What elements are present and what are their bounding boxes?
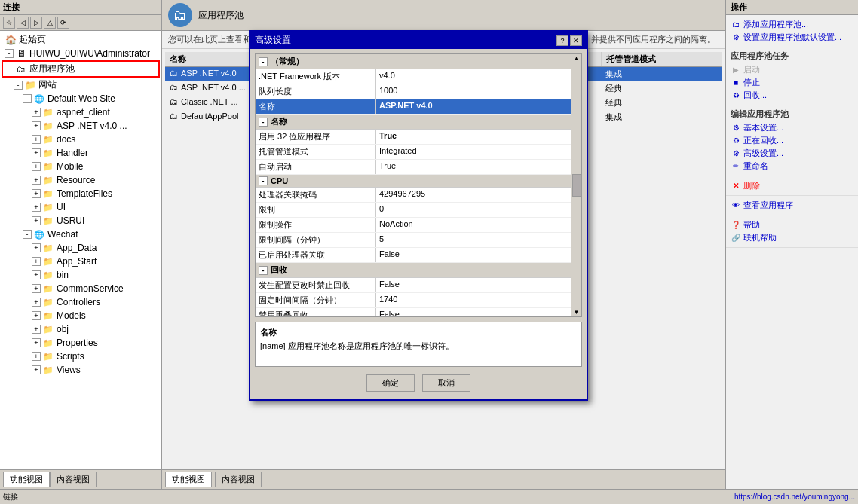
prop-cpu-affinity[interactable]: 处理器关联掩码 4294967295 bbox=[256, 188, 571, 203]
prop-value: ASP.NET v4.0 bbox=[376, 99, 571, 114]
prop-limit-action[interactable]: 限制操作 NoAction bbox=[256, 218, 571, 233]
prop-table-scrollbar[interactable]: ▲ ▼ bbox=[571, 54, 581, 316]
section-recycling-label: 回收 bbox=[271, 264, 287, 276]
prop-limit-interval[interactable]: 限制间隔（分钟） 5 bbox=[256, 233, 571, 248]
description-text: [name] 应用程序池名称是应用程序池的唯一标识符。 bbox=[260, 341, 577, 352]
scroll-up[interactable]: ▲ bbox=[574, 55, 580, 62]
advanced-settings-modal: 高级设置 ? ✕ - （常规） bbox=[249, 30, 588, 401]
ok-button[interactable]: 确定 bbox=[366, 374, 415, 392]
prop-name: 限制 bbox=[256, 203, 376, 217]
prop-name: 名称 bbox=[256, 99, 376, 114]
prop-value: 1740 bbox=[376, 293, 571, 307]
prop-value: False bbox=[376, 248, 571, 262]
prop-disable-recycling-config[interactable]: 发生配置更改时禁止回收 False bbox=[256, 278, 571, 293]
prop-limit[interactable]: 限制 0 bbox=[256, 203, 571, 218]
property-table-scroll: - （常规） .NET Framework 版本 v4.0 队列长度 1000 bbox=[256, 54, 581, 316]
property-table-inner: - （常规） .NET Framework 版本 v4.0 队列长度 1000 bbox=[256, 54, 571, 316]
description-title: 名称 bbox=[260, 327, 577, 338]
prop-name: 队列长度 bbox=[256, 84, 376, 99]
prop-queue-length[interactable]: 队列长度 1000 bbox=[256, 84, 571, 99]
prop-name: 发生配置更改时禁止回收 bbox=[256, 278, 376, 292]
prop-name: 自动启动 bbox=[256, 160, 376, 174]
prop-name: .NET Framework 版本 bbox=[256, 69, 376, 84]
prop-value: NoAction bbox=[376, 218, 571, 232]
prop-value: 5 bbox=[376, 233, 571, 247]
prop-value: 1000 bbox=[376, 84, 571, 99]
modal-content: - （常规） .NET Framework 版本 v4.0 队列长度 1000 bbox=[250, 49, 587, 399]
modal-question-btn[interactable]: ? bbox=[556, 35, 568, 46]
prop-name: 启用 32 位应用程序 bbox=[256, 130, 376, 144]
prop-value: Integrated bbox=[376, 145, 571, 159]
prop-value: v4.0 bbox=[376, 69, 571, 84]
modal-close-btn[interactable]: ✕ bbox=[570, 35, 582, 46]
prop-name: 固定时间间隔（分钟） bbox=[256, 293, 376, 307]
section-general[interactable]: - （常规） bbox=[256, 54, 571, 69]
section-process-label: 名称 bbox=[271, 116, 287, 127]
expander-process[interactable]: - bbox=[259, 118, 268, 127]
prop-value: True bbox=[376, 130, 571, 144]
scroll-thumb[interactable] bbox=[572, 174, 581, 197]
prop-net-framework[interactable]: .NET Framework 版本 v4.0 bbox=[256, 69, 571, 84]
prop-name: 托管管道模式 bbox=[256, 145, 376, 159]
expander-general[interactable]: - bbox=[259, 57, 268, 66]
modal-titlebar-buttons: ? ✕ bbox=[556, 35, 582, 46]
property-table: - （常规） .NET Framework 版本 v4.0 队列长度 1000 bbox=[255, 53, 582, 317]
prop-name-row[interactable]: 名称 ASP.NET v4.0 bbox=[256, 99, 571, 115]
section-general-label: （常规） bbox=[271, 56, 304, 67]
prop-value: 0 bbox=[376, 203, 571, 217]
prop-pipeline-mode[interactable]: 托管管道模式 Integrated bbox=[256, 145, 571, 160]
prop-value: True bbox=[376, 160, 571, 174]
prop-enable-32bit[interactable]: 启用 32 位应用程序 True bbox=[256, 130, 571, 145]
prop-cpu-affinity-enabled[interactable]: 已启用处理器关联 False bbox=[256, 248, 571, 263]
cancel-button[interactable]: 取消 bbox=[422, 374, 470, 392]
section-recycling[interactable]: - 回收 bbox=[256, 263, 571, 278]
prop-name: 限制间隔（分钟） bbox=[256, 233, 376, 247]
description-box: 名称 [name] 应用程序池名称是应用程序池的唯一标识符。 bbox=[255, 322, 582, 367]
prop-name: 限制操作 bbox=[256, 218, 376, 232]
prop-value: False bbox=[376, 278, 571, 292]
section-cpu[interactable]: - CPU bbox=[256, 175, 571, 188]
prop-disable-overlap[interactable]: 禁用重叠回收 False bbox=[256, 308, 571, 316]
prop-recycle-interval[interactable]: 固定时间间隔（分钟） 1740 bbox=[256, 293, 571, 308]
modal-footer: 确定 取消 bbox=[255, 371, 582, 395]
modal-title: 高级设置 bbox=[255, 34, 291, 47]
prop-name: 已启用处理器关联 bbox=[256, 248, 376, 262]
modal-overlay: 高级设置 ? ✕ - （常规） bbox=[0, 0, 858, 504]
prop-auto-start[interactable]: 自动启动 True bbox=[256, 160, 571, 175]
prop-value: 4294967295 bbox=[376, 188, 571, 202]
modal-titlebar: 高级设置 ? ✕ bbox=[250, 32, 587, 49]
scroll-down[interactable]: ▼ bbox=[574, 309, 580, 316]
section-cpu-label: CPU bbox=[271, 176, 288, 185]
modal-table-area: - （常规） .NET Framework 版本 v4.0 队列长度 1000 bbox=[255, 53, 582, 322]
section-process[interactable]: - 名称 bbox=[256, 115, 571, 130]
prop-name: 处理器关联掩码 bbox=[256, 188, 376, 202]
prop-value: False bbox=[376, 308, 571, 316]
expander-cpu[interactable]: - bbox=[259, 176, 268, 185]
expander-recycling[interactable]: - bbox=[259, 266, 268, 275]
prop-name: 禁用重叠回收 bbox=[256, 308, 376, 316]
